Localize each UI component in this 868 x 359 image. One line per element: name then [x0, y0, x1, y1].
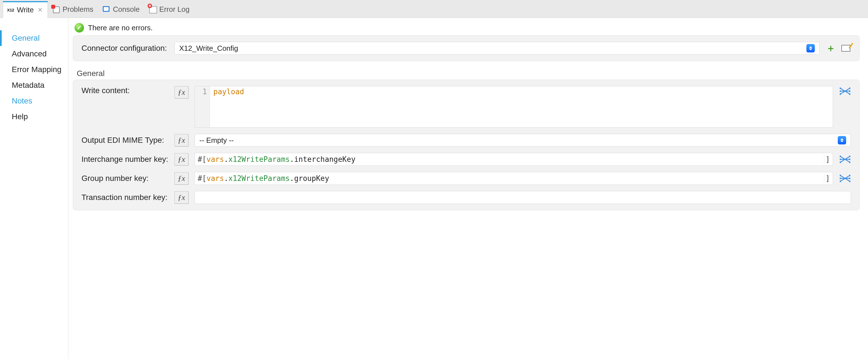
connector-config-label: Connector configuration: [82, 44, 168, 53]
dataweave-map-button[interactable] [839, 86, 851, 96]
status-row: ✓ There are no errors. [73, 23, 860, 35]
write-content-label: Write content: [82, 86, 168, 95]
connector-config-value: X12_Write_Config [179, 44, 238, 53]
fx-toggle-transaction-key[interactable]: ƒx [175, 191, 188, 203]
dataweave-map-button[interactable] [839, 154, 851, 164]
edit-config-button[interactable] [841, 43, 851, 53]
section-title-general: General [77, 69, 860, 78]
edit-icon [841, 45, 850, 52]
fx-toggle-output-mime[interactable]: ƒx [175, 134, 188, 146]
expr-dot: . [224, 155, 228, 164]
fx-toggle-write-content[interactable]: ƒx [175, 86, 188, 99]
expr-close: ] [824, 155, 830, 164]
main-panel: ✓ There are no errors. Connector configu… [68, 18, 868, 359]
svg-point-1 [840, 90, 841, 92]
svg-point-10 [849, 159, 850, 160]
console-icon [102, 5, 110, 13]
tab-label: Console [113, 5, 140, 14]
interchange-key-label: Interchange number key: [82, 155, 168, 164]
x12-prefix-badge: X12 [7, 7, 14, 12]
write-content-editor[interactable]: 1 payload [195, 86, 833, 128]
tab-label: Write [17, 6, 34, 14]
output-mime-label: Output EDI MIME Type: [82, 136, 168, 145]
sidebar: General Advanced Error Mapping Metadata … [0, 18, 68, 359]
tab-label: Error Log [159, 5, 190, 14]
tab-problems[interactable]: Problems [48, 1, 98, 18]
svg-point-16 [849, 177, 850, 179]
sidebar-item-metadata[interactable]: Metadata [0, 77, 68, 93]
expr-prop: .interchangeKey [290, 155, 355, 164]
chevron-updown-icon [806, 44, 815, 52]
expr-obj: x12WriteParams [228, 155, 290, 164]
tab-x12-write[interactable]: X12 Write ✕ [3, 1, 48, 18]
close-icon[interactable]: ✕ [37, 6, 42, 14]
sidebar-item-error-mapping[interactable]: Error Mapping [0, 62, 68, 77]
output-mime-select[interactable]: -- Empty -- [195, 134, 851, 147]
svg-point-13 [840, 177, 841, 179]
expr-close: ] [824, 174, 830, 183]
editor-body: General Advanced Error Mapping Metadata … [0, 18, 868, 359]
svg-point-7 [840, 159, 841, 160]
sidebar-item-help[interactable]: Help [0, 109, 68, 125]
chevron-updown-icon [838, 136, 846, 144]
code-token-payload: payload [213, 87, 244, 96]
connector-config-panel: Connector configuration: X12_Write_Confi… [73, 35, 860, 61]
output-mime-value: -- Empty -- [199, 136, 234, 145]
plus-icon: ＋ [826, 42, 836, 55]
status-ok-icon: ✓ [74, 23, 84, 32]
status-message: There are no errors. [88, 24, 153, 32]
tab-console[interactable]: Console [98, 1, 145, 18]
dataweave-icon [840, 174, 850, 183]
expr-obj: x12WriteParams [228, 174, 290, 183]
group-key-label: Group number key: [82, 174, 168, 183]
editor-line-1: payload [210, 86, 247, 127]
svg-point-4 [849, 90, 850, 92]
fx-toggle-group-key[interactable]: ƒx [175, 172, 188, 185]
group-key-input[interactable]: #[ vars . x12WriteParams .groupKey ] [195, 172, 833, 185]
sidebar-item-general[interactable]: General [0, 30, 68, 46]
connector-config-select[interactable]: X12_Write_Config [175, 42, 819, 55]
general-panel: Write content: ƒx 1 payload [73, 80, 860, 210]
expr-prop: .groupKey [290, 174, 329, 183]
expr-dot: . [224, 174, 228, 183]
editor-gutter: 1 [195, 86, 210, 127]
dataweave-map-button[interactable] [839, 173, 851, 184]
transaction-key-input[interactable] [195, 191, 851, 204]
add-config-button[interactable]: ＋ [826, 43, 836, 53]
interchange-key-input[interactable]: #[ vars . x12WriteParams .interchangeKey… [195, 153, 833, 166]
expr-vars: vars [206, 174, 224, 183]
problems-icon [52, 5, 60, 13]
sidebar-item-notes[interactable]: Notes [0, 93, 68, 109]
dataweave-icon [840, 155, 850, 164]
expr-open: #[ [198, 155, 206, 164]
tab-error-log[interactable]: Error Log [145, 1, 195, 18]
error-log-icon [149, 5, 157, 13]
expr-open: #[ [198, 174, 206, 183]
dataweave-icon [840, 87, 850, 95]
sidebar-item-advanced[interactable]: Advanced [0, 46, 68, 62]
view-tabbar: X12 Write ✕ Problems Console Error Log [0, 0, 868, 18]
fx-toggle-interchange-key[interactable]: ƒx [175, 153, 188, 165]
transaction-key-label: Transaction number key: [82, 193, 168, 202]
tab-label: Problems [62, 5, 93, 14]
expr-vars: vars [206, 155, 224, 164]
